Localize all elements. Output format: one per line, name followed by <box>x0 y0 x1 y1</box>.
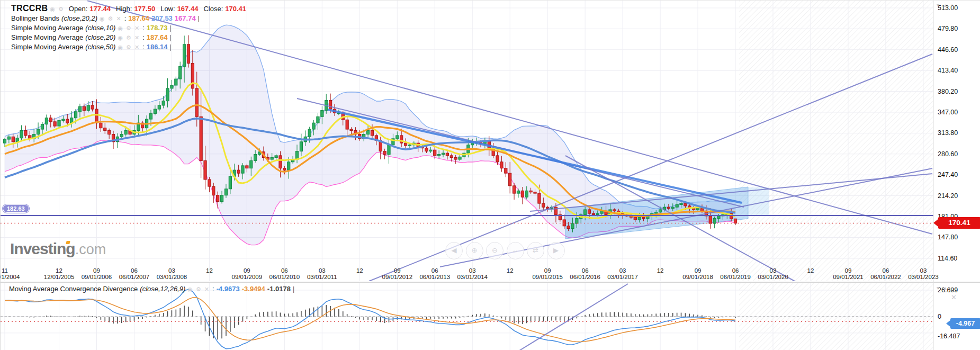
x-axis-tick: 0909/01/2021 <box>833 267 864 280</box>
pipe: | <box>293 285 294 293</box>
x-axis-tick: 0909/01/2018 <box>682 267 713 280</box>
pipe: | <box>170 24 172 32</box>
pipe: | <box>170 43 172 51</box>
zoom-fit-button[interactable]: ↔ <box>507 242 524 259</box>
remove-icon[interactable]: ✕ <box>204 286 210 293</box>
x-axis-tick: 0606/01/2016 <box>570 267 600 280</box>
chart-window: TRCCRB ◉ ⚙ Open: 177.44 High: 177.50 Low… <box>0 0 980 350</box>
level-price-pill[interactable]: 182.63 <box>3 204 29 213</box>
x-axis-tick: 12 <box>807 267 814 274</box>
sma20-legend: Simple Moving Average (close,20) ◉ ⚙ ✕ :… <box>11 33 172 41</box>
logo-text: Investing <box>10 240 75 257</box>
x-axis-tick: 12 <box>206 267 213 274</box>
eye-icon[interactable]: ◉ <box>118 34 124 41</box>
separator: : <box>212 285 214 293</box>
x-axis-tick: 0909/01/2012 <box>382 267 413 280</box>
separator: : <box>142 43 145 51</box>
macd-tag-value: -4.967 <box>950 318 980 329</box>
price-axis-label: 313.80 <box>938 129 958 137</box>
sma50-legend: Simple Moving Average (close,50) ◉ ⚙ ✕ :… <box>11 43 172 51</box>
close-value: 170.41 <box>225 5 246 13</box>
x-axis-tick: 0909/01/2006 <box>82 267 112 280</box>
x-axis-tick: 0303/01/2017 <box>607 267 638 280</box>
pan-right-button[interactable]: ▶ <box>547 242 565 259</box>
macd-legend: Moving Average Convergence Divergence (c… <box>9 285 294 293</box>
main-pane-controls[interactable]: ▾ ▴ ▫ <box>937 2 955 8</box>
separator: : <box>142 24 145 32</box>
x-axis-tick: 12 <box>657 267 664 274</box>
remove-icon[interactable]: ✕ <box>134 34 140 41</box>
gear-icon[interactable]: ⚙ <box>126 34 132 41</box>
investing-logo: Investing.com <box>10 240 106 258</box>
sma20-value: 187.64 <box>147 33 168 41</box>
price-axis-label: 446.60 <box>938 46 958 53</box>
x-axis-tick: 1212/01/2005 <box>44 267 75 280</box>
x-axis-tick: 1111/01/2004 <box>0 267 20 280</box>
x-axis-tick: 0909/01/2009 <box>232 267 263 280</box>
separator: : <box>124 14 127 22</box>
macd-axis-label: -16.487 <box>938 333 960 340</box>
indicator-name: Simple Moving Average <box>11 43 83 51</box>
bb-lower-value: 167.74 <box>175 14 196 22</box>
bollinger-legend: Bollinger Bands (close,20,2) ◉ ⚙ ✕ : 187… <box>11 14 200 22</box>
price-axis-label: 280.60 <box>938 150 958 158</box>
x-axis-tick: 0606/01/2010 <box>269 267 300 280</box>
high-value: 177.50 <box>134 5 155 13</box>
x-axis-tick: 12 <box>507 267 514 274</box>
indicator-params: (close,50) <box>85 43 115 51</box>
zoom-in-button[interactable]: ⊕ <box>466 242 483 259</box>
symbol-label: TRCCRB <box>11 4 48 13</box>
x-axis-tick: 0303/01/2011 <box>307 267 337 280</box>
eye-icon[interactable]: ◉ <box>50 6 56 13</box>
last-price-tag: 170.41 <box>933 217 980 229</box>
price-axis-label: 413.40 <box>938 67 958 74</box>
low-label: Low: <box>160 5 175 13</box>
gear-icon[interactable]: ⚙ <box>58 6 65 13</box>
remove-icon[interactable]: ✕ <box>116 15 122 22</box>
macd-pane-controls[interactable]: ▾ ▴ ▫ <box>937 285 955 291</box>
price-axis-label: 347.00 <box>938 109 958 116</box>
x-axis-tick: 0606/01/2013 <box>419 267 450 280</box>
pan-left-button[interactable]: ◀ <box>445 242 463 259</box>
macd-value: -4.9673 <box>217 285 240 293</box>
x-axis-tick: 0303/01/2023 <box>908 267 939 280</box>
bb-upper-value: 207.53 <box>151 14 173 22</box>
indicator-params: (close,10) <box>85 24 115 32</box>
close-label: Close: <box>203 5 223 13</box>
eye-icon[interactable]: ◉ <box>187 286 194 293</box>
indicator-params: (close,12,26,9) <box>140 285 185 293</box>
gear-icon[interactable]: ⚙ <box>126 25 132 32</box>
price-axis-label: 479.80 <box>938 25 958 32</box>
gear-icon[interactable]: ⚙ <box>108 15 114 22</box>
remove-icon[interactable]: ✕ <box>134 44 140 51</box>
gear-icon[interactable]: ⚙ <box>126 44 132 51</box>
eye-icon[interactable]: ◉ <box>118 44 124 51</box>
last-price-value: 170.41 <box>938 217 980 229</box>
price-axis-label: 114.60 <box>938 255 957 262</box>
separator: : <box>142 33 145 41</box>
price-axis-label: 380.20 <box>938 88 958 95</box>
x-axis-tick: 0909/01/2015 <box>532 267 563 280</box>
instrument-legend: TRCCRB ◉ ⚙ Open: 177.44 High: 177.50 Low… <box>11 4 246 13</box>
x-axis-tick: 0303/01/2020 <box>758 267 788 280</box>
indicator-name: Bollinger Bands <box>11 14 59 22</box>
indicator-params: (close,20) <box>85 33 115 41</box>
remove-icon[interactable]: ✕ <box>134 25 140 32</box>
chart-canvas[interactable] <box>1 1 980 350</box>
indicator-name: Moving Average Convergence Divergence <box>9 285 138 293</box>
logo-accent <box>66 241 70 244</box>
x-axis-tick: 0606/01/2019 <box>720 267 751 280</box>
indicator-params: (close,20,2) <box>61 14 97 22</box>
open-value: 177.44 <box>89 5 111 13</box>
gear-icon[interactable]: ⚙ <box>196 286 202 293</box>
x-axis-tick: 0606/01/2007 <box>119 267 150 280</box>
zoom-out-button[interactable]: ⊖ <box>486 242 504 259</box>
macd-close-icon[interactable]: ✕ <box>951 293 957 301</box>
indicator-name: Simple Moving Average <box>11 33 83 41</box>
eye-icon[interactable]: ◉ <box>100 15 106 22</box>
macd-signal-value: -3.9494 <box>242 285 265 293</box>
zoom-reset-button[interactable]: ⇄ <box>527 242 544 259</box>
indicator-name: Simple Moving Average <box>11 24 83 32</box>
x-axis-tick: 0303/01/2014 <box>457 267 488 280</box>
eye-icon[interactable]: ◉ <box>118 25 124 32</box>
